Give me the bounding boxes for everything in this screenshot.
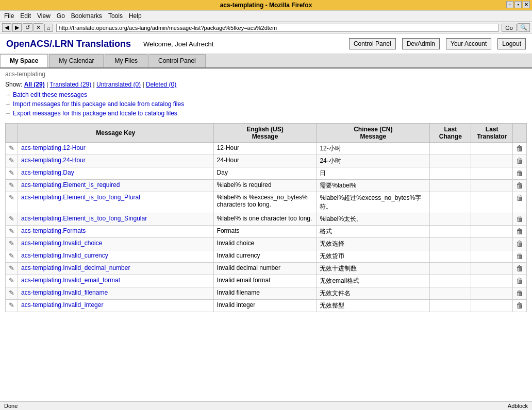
edit-cell: ✎ [6,300,18,312]
delete-icon[interactable]: 🗑 [516,301,523,310]
delete-icon[interactable]: 🗑 [516,240,523,248]
minimize-btn[interactable]: – [506,1,513,8]
home-btn[interactable]: ⌂ [44,24,53,32]
message-key-link[interactable]: acs-templating.Invalid_currency [21,252,108,259]
english-cell: Formats [213,226,317,238]
delete-icon[interactable]: 🗑 [516,144,523,152]
message-key-link[interactable]: acs-templating.Element_is_too_long_Singu… [21,215,147,222]
filter-untranslated[interactable]: Untranslated (0) [96,81,141,88]
delete-icon[interactable]: 🗑 [516,181,523,190]
edit-icon[interactable]: ✎ [9,194,14,201]
key-cell: acs-templating.Element_is_too_long_Plura… [18,192,214,213]
change-cell [430,213,471,226]
message-key-link[interactable]: acs-templating.Formats [21,227,86,234]
delete-icon[interactable]: 🗑 [516,194,523,202]
menu-file[interactable]: File [4,12,14,20]
english-cell: Invalid decimal number [213,263,317,275]
message-key-link[interactable]: acs-templating.Element_is_required [21,181,120,189]
edit-icon[interactable]: ✎ [9,181,14,189]
search-btn[interactable]: 🔍 [518,23,530,32]
menu-view[interactable]: View [37,12,51,20]
filter-translated[interactable]: Translated (29) [49,81,91,88]
menu-tools[interactable]: Tools [108,12,123,20]
message-key-link[interactable]: acs-templating.Invalid_decimal_number [21,264,130,271]
forward-btn[interactable]: ▶ [12,23,22,32]
col-header-en: English (US)Message [213,124,317,143]
tab-control-panel[interactable]: Control Panel [148,54,206,67]
message-key-link[interactable]: acs-templating.Element_is_too_long_Plura… [21,194,140,201]
edit-icon[interactable]: ✎ [9,144,14,152]
delete-icon[interactable]: 🗑 [516,157,523,165]
edit-icon[interactable]: ✎ [9,277,14,284]
translator-cell [471,180,513,192]
edit-icon[interactable]: ✎ [9,289,14,297]
message-key-link[interactable]: acs-templating.Invalid_choice [21,240,102,247]
delete-icon[interactable]: 🗑 [516,227,523,235]
edit-icon[interactable]: ✎ [9,240,14,247]
menu-go[interactable]: Go [57,12,65,20]
message-key-link[interactable]: acs-templating.24-Hour [21,157,86,164]
site-title-link[interactable]: OpenACS/.LRN Translations [6,39,131,49]
actions-section: → Batch edit these messages → Import mes… [0,89,532,123]
tab-my-space[interactable]: My Space [0,54,48,67]
delete-cell: 🗑 [513,155,527,167]
edit-cell: ✎ [6,275,18,287]
key-cell: acs-templating.Element_is_required [18,180,214,192]
chinese-cell: 日 [317,167,430,180]
delete-cell: 🗑 [513,263,527,275]
go-button[interactable]: Go [502,24,517,32]
message-key-link[interactable]: acs-templating.Invalid_integer [21,301,103,309]
change-cell [430,226,471,238]
edit-icon[interactable]: ✎ [9,227,14,235]
control-panel-btn[interactable]: Control Panel [349,38,396,49]
back-btn[interactable]: ◀ [2,23,11,32]
message-key-link[interactable]: acs-templating.12-Hour [21,144,86,151]
table-row: ✎ acs-templating.Invalid_integer Invalid… [6,300,527,312]
delete-icon[interactable]: 🗑 [516,289,523,297]
import-link[interactable]: Import messages for this package and loc… [13,100,184,108]
edit-icon[interactable]: ✎ [9,157,14,164]
menu-edit[interactable]: Edit [20,12,31,20]
edit-cell: ✎ [6,263,18,275]
action-batch-edit: → Batch edit these messages [5,91,527,98]
edit-icon[interactable]: ✎ [9,252,14,260]
edit-icon[interactable]: ✎ [9,301,14,309]
tab-my-calendar[interactable]: My Calendar [49,54,104,67]
batch-edit-link[interactable]: Batch edit these messages [13,91,87,98]
url-input[interactable] [59,25,496,31]
refresh-btn[interactable]: ↺ [23,23,32,32]
table-row: ✎ acs-templating.Invalid_decimal_number … [6,263,527,275]
message-key-link[interactable]: acs-templating.Invalid_email_format [21,277,120,284]
filter-deleted[interactable]: Deleted (0) [146,81,176,88]
chinese-cell: 12-小时 [317,143,430,155]
stop-btn[interactable]: ✕ [34,23,43,32]
devadmin-btn[interactable]: DevAdmin [402,38,440,49]
english-cell: %label% is %excess_no_bytes% characters … [213,192,317,213]
restore-btn[interactable]: ▪ [514,1,522,8]
filter-all[interactable]: All (29) [24,81,45,88]
change-cell [430,180,471,192]
message-key-link[interactable]: acs-templating.Invalid_filename [21,289,108,296]
export-link[interactable]: Export messages for this package and loc… [13,110,177,117]
change-cell [430,143,471,155]
delete-icon[interactable]: 🗑 [516,252,523,260]
close-btn[interactable]: ✕ [523,1,530,8]
delete-icon[interactable]: 🗑 [516,215,523,223]
message-key-link[interactable]: acs-templating.Day [21,169,74,176]
col-header-change: LastChange [430,124,471,143]
col-header-key: Message Key [18,124,214,143]
delete-cell: 🗑 [513,300,527,312]
chinese-cell: 需要%label% [317,180,430,192]
menu-bookmarks[interactable]: Bookmarks [71,12,102,20]
edit-icon[interactable]: ✎ [9,169,14,177]
edit-icon[interactable]: ✎ [9,215,14,223]
edit-icon[interactable]: ✎ [9,264,14,272]
menu-help[interactable]: Help [129,12,142,20]
tab-my-files[interactable]: My Files [105,54,147,67]
delete-icon[interactable]: 🗑 [516,264,523,272]
delete-icon[interactable]: 🗑 [516,277,523,285]
your-account-btn[interactable]: Your Account [446,38,491,49]
key-cell: acs-templating.12-Hour [18,143,214,155]
logout-btn[interactable]: Logout [497,38,526,49]
delete-icon[interactable]: 🗑 [516,169,523,177]
